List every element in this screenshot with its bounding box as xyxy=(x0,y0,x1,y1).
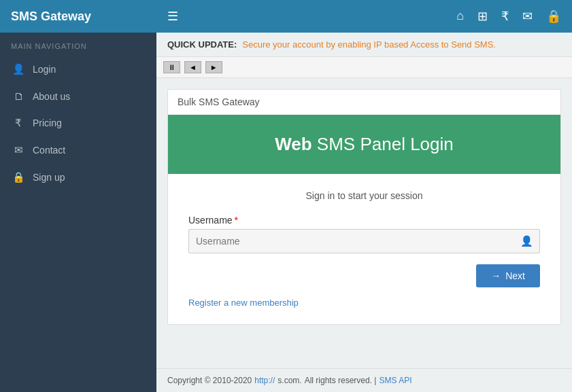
top-bar-icons: ⌂ ⊞ ₹ ✉ 🔒 xyxy=(456,9,561,24)
footer-api-link[interactable]: SMS API xyxy=(379,376,411,385)
card-header-title: Web SMS Panel Login xyxy=(179,134,550,155)
sidebar-label-login: Login xyxy=(33,64,56,75)
username-input[interactable] xyxy=(188,229,540,253)
slider-controls: ⏸ ◄ ► xyxy=(156,57,572,78)
slider-prev-button[interactable]: ◄ xyxy=(184,61,201,73)
top-bar: SMS Gateway ☰ ⌂ ⊞ ₹ ✉ 🔒 xyxy=(0,0,572,33)
sidebar-item-contact[interactable]: ✉ Contact xyxy=(0,137,156,164)
login-card: Bulk SMS Gateway Web SMS Panel Login Sig… xyxy=(167,89,561,325)
footer-copyright: Copyright © 2010-2020 xyxy=(167,376,252,385)
brand-title: SMS Gateway xyxy=(11,10,167,24)
sidebar-item-signup[interactable]: 🔒 Sign up xyxy=(0,164,156,191)
sidebar: MAIN NAVIGATION 👤 Login 🗋 About us ₹ Pri… xyxy=(0,33,156,392)
register-new-membership-link[interactable]: Register a new membership xyxy=(188,298,299,308)
sign-in-text: Sign in to start your session xyxy=(188,190,540,201)
card-header-rest: SMS Panel Login xyxy=(312,134,454,154)
quick-update-bar: QUICK UPDATE: Secure your account by ena… xyxy=(156,33,572,57)
card-body: Sign in to start your session Username* … xyxy=(168,174,560,324)
username-input-wrapper: 👤 xyxy=(188,229,540,253)
card-breadcrumb: Bulk SMS Gateway xyxy=(168,90,560,115)
username-label: Username* xyxy=(188,215,540,226)
menu-icon[interactable]: ☰ xyxy=(167,9,178,24)
next-button[interactable]: → Next xyxy=(476,264,540,287)
rupee-icon[interactable]: ₹ xyxy=(501,9,509,24)
sidebar-label-signup: Sign up xyxy=(33,172,65,183)
sidebar-item-about[interactable]: 🗋 About us xyxy=(0,83,156,109)
quick-update-label: QUICK UPDATE: xyxy=(167,39,237,50)
slider-next-button[interactable]: ► xyxy=(205,61,222,73)
sidebar-label-contact: Contact xyxy=(33,145,65,156)
sidebar-nav-label: MAIN NAVIGATION xyxy=(0,33,156,56)
sidebar-label-pricing: Pricing xyxy=(33,118,62,128)
username-form-group: Username* 👤 xyxy=(188,215,540,253)
user-icon: 👤 xyxy=(12,63,24,75)
user-input-icon: 👤 xyxy=(520,235,533,247)
footer-rights: All rights reserved. | xyxy=(305,376,377,385)
content-area: QUICK UPDATE: Secure your account by ena… xyxy=(156,33,572,392)
next-button-label: Next xyxy=(505,270,525,281)
home-icon[interactable]: ⌂ xyxy=(456,9,464,24)
main-area: MAIN NAVIGATION 👤 Login 🗋 About us ₹ Pri… xyxy=(0,33,572,392)
signup-lock-icon: 🔒 xyxy=(12,171,24,183)
mail-icon[interactable]: ✉ xyxy=(522,9,533,24)
quick-update-message: Secure your account by enabling IP based… xyxy=(242,39,496,50)
card-header-bold: Web xyxy=(275,134,312,154)
sidebar-item-pricing[interactable]: ₹ Pricing xyxy=(0,109,156,137)
footer-link[interactable]: http:// xyxy=(254,376,275,385)
card-header: Web SMS Panel Login xyxy=(168,115,560,174)
form-actions: → Next xyxy=(188,264,540,287)
pricing-rupee-icon: ₹ xyxy=(12,117,24,129)
register-link-container: Register a new membership xyxy=(188,297,540,308)
document-icon: 🗋 xyxy=(12,90,24,102)
footer-domain: s.com. xyxy=(277,376,301,385)
grid-icon[interactable]: ⊞ xyxy=(477,9,488,24)
card-area: Bulk SMS Gateway Web SMS Panel Login Sig… xyxy=(156,78,572,368)
sidebar-item-login[interactable]: 👤 Login xyxy=(0,56,156,83)
footer: Copyright © 2010-2020 http:// s.com. All… xyxy=(156,368,572,392)
app-wrapper: SMS Gateway ☰ ⌂ ⊞ ₹ ✉ 🔒 MAIN NAVIGATION … xyxy=(0,0,572,392)
lock-icon[interactable]: 🔒 xyxy=(546,9,561,24)
slider-pause-button[interactable]: ⏸ xyxy=(163,61,180,73)
required-star: * xyxy=(235,215,238,226)
next-arrow-icon: → xyxy=(491,270,501,281)
contact-mail-icon: ✉ xyxy=(12,144,24,156)
sidebar-label-about: About us xyxy=(33,91,70,102)
